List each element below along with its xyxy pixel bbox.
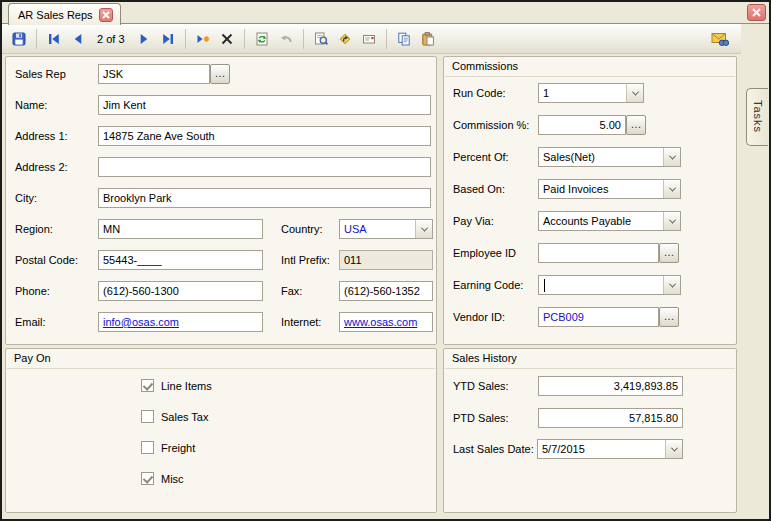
chevron-down-icon[interactable] — [415, 220, 432, 238]
fax-input[interactable] — [339, 281, 433, 301]
delete-record-button[interactable] — [216, 28, 238, 50]
pay-via-label: Pay Via: — [453, 211, 494, 231]
tab-close-button[interactable] — [99, 8, 113, 22]
chevron-down-icon[interactable] — [663, 180, 680, 198]
region-label: Region: — [15, 219, 53, 239]
email-link[interactable]: info@osas.com — [103, 316, 179, 328]
paste-button[interactable] — [417, 28, 439, 50]
memo-button[interactable] — [358, 28, 380, 50]
next-record-button[interactable] — [133, 28, 155, 50]
checkbox-icon[interactable] — [141, 379, 154, 392]
new-record-button[interactable] — [192, 28, 214, 50]
based-on-label: Based On: — [453, 179, 505, 199]
sales-rep-input[interactable] — [98, 64, 210, 84]
checkbox-icon[interactable] — [141, 410, 154, 423]
run-code-label: Run Code: — [453, 83, 506, 103]
general-info-panel: Sales Rep … Name: Address 1: Address 2: … — [5, 56, 437, 345]
city-label: City: — [15, 188, 37, 208]
commissions-panel: Commissions Run Code: 1 Commission %: … … — [443, 56, 737, 345]
country-combobox[interactable]: USA — [339, 219, 433, 239]
chevron-down-icon[interactable] — [663, 148, 680, 166]
sales-rep-browse-button[interactable]: … — [210, 64, 230, 84]
run-code-value: 1 — [539, 84, 626, 102]
address2-label: Address 2: — [15, 157, 68, 177]
chevron-down-icon[interactable] — [663, 276, 680, 294]
refresh-button[interactable] — [251, 28, 273, 50]
checkbox-label: Freight — [161, 442, 195, 454]
country-label: Country: — [281, 219, 323, 239]
pay-via-combobox[interactable]: Accounts Payable — [538, 211, 681, 231]
navigate-button[interactable] — [334, 28, 356, 50]
based-on-combobox[interactable]: Paid Invoices — [538, 179, 681, 199]
copy-icon — [396, 31, 412, 47]
last-sales-date-picker[interactable]: 5/7/2015 — [537, 439, 683, 459]
pay-on-line-items-option[interactable]: Line Items — [141, 379, 212, 392]
mail-search-button[interactable] — [709, 28, 731, 50]
ytd-sales-input[interactable] — [538, 376, 683, 396]
chevron-down-icon[interactable] — [663, 212, 680, 230]
ellipsis-icon: … — [215, 67, 226, 79]
percent-of-label: Percent Of: — [453, 147, 509, 167]
postal-code-input[interactable] — [98, 250, 263, 270]
checkbox-label: Sales Tax — [161, 411, 209, 423]
memo-icon — [361, 31, 377, 47]
chevron-down-icon[interactable] — [626, 84, 643, 102]
undo-button[interactable] — [275, 28, 297, 50]
address2-input[interactable] — [98, 157, 431, 177]
tab-ar-sales-reps[interactable]: AR Sales Reps — [8, 3, 121, 25]
toolbar-separator — [303, 29, 304, 49]
first-record-icon — [46, 31, 62, 47]
email-field[interactable]: info@osas.com — [98, 312, 263, 332]
sales-rep-label: Sales Rep — [15, 64, 66, 84]
address1-input[interactable] — [98, 126, 431, 146]
toolbar-separator — [244, 29, 245, 49]
ar-sales-reps-window: AR Sales Reps — [0, 0, 771, 521]
name-input[interactable] — [98, 95, 431, 115]
internet-field[interactable]: www.osas.com — [339, 312, 433, 332]
pay-on-title: Pay On — [14, 352, 51, 364]
pay-on-sales-tax-option[interactable]: Sales Tax — [141, 410, 209, 423]
ytd-sales-label: YTD Sales: — [453, 376, 509, 396]
window-close-button[interactable] — [747, 4, 766, 21]
employee-id-label: Employee ID — [453, 243, 516, 263]
commission-pct-input[interactable] — [538, 115, 626, 135]
address1-label: Address 1: — [15, 126, 68, 146]
sales-history-title: Sales History — [452, 352, 517, 364]
phone-input[interactable] — [98, 281, 263, 301]
mail-search-icon — [711, 31, 729, 47]
pay-on-freight-option[interactable]: Freight — [141, 441, 195, 454]
checkbox-icon[interactable] — [141, 441, 154, 454]
earning-code-combobox[interactable] — [538, 275, 681, 295]
last-record-button[interactable] — [157, 28, 179, 50]
ptd-sales-input[interactable] — [538, 408, 683, 428]
percent-of-combobox[interactable]: Sales(Net) — [538, 147, 681, 167]
navigate-icon — [337, 31, 353, 47]
last-sales-date-label: Last Sales Date: — [453, 439, 534, 459]
last-sales-date-value: 5/7/2015 — [538, 440, 665, 458]
previous-record-button[interactable] — [67, 28, 89, 50]
pay-on-misc-option[interactable]: Misc — [141, 472, 184, 485]
vendor-id-input[interactable] — [538, 307, 659, 327]
run-code-combobox[interactable]: 1 — [538, 83, 644, 103]
earning-code-value — [539, 276, 663, 294]
region-input[interactable] — [98, 219, 263, 239]
checkbox-icon[interactable] — [141, 472, 154, 485]
first-record-button[interactable] — [43, 28, 65, 50]
tasks-tab[interactable]: Tasks — [746, 88, 768, 146]
employee-id-browse-button[interactable]: … — [659, 243, 679, 263]
internet-label: Internet: — [281, 312, 321, 332]
print-preview-button[interactable] — [310, 28, 332, 50]
phone-label: Phone: — [15, 281, 50, 301]
city-input[interactable] — [98, 188, 431, 208]
pay-on-panel: Pay On Line Items Sales Tax Freight Misc — [5, 348, 437, 513]
vendor-id-browse-button[interactable]: … — [659, 307, 679, 327]
chevron-down-icon[interactable] — [665, 440, 682, 458]
internet-link[interactable]: www.osas.com — [344, 316, 417, 328]
commission-pct-browse-button[interactable]: … — [626, 115, 646, 135]
last-record-icon — [160, 31, 176, 47]
save-button[interactable] — [8, 28, 30, 50]
pay-via-value: Accounts Payable — [539, 212, 663, 230]
checkbox-label: Misc — [161, 473, 184, 485]
copy-button[interactable] — [393, 28, 415, 50]
employee-id-input[interactable] — [538, 243, 659, 263]
